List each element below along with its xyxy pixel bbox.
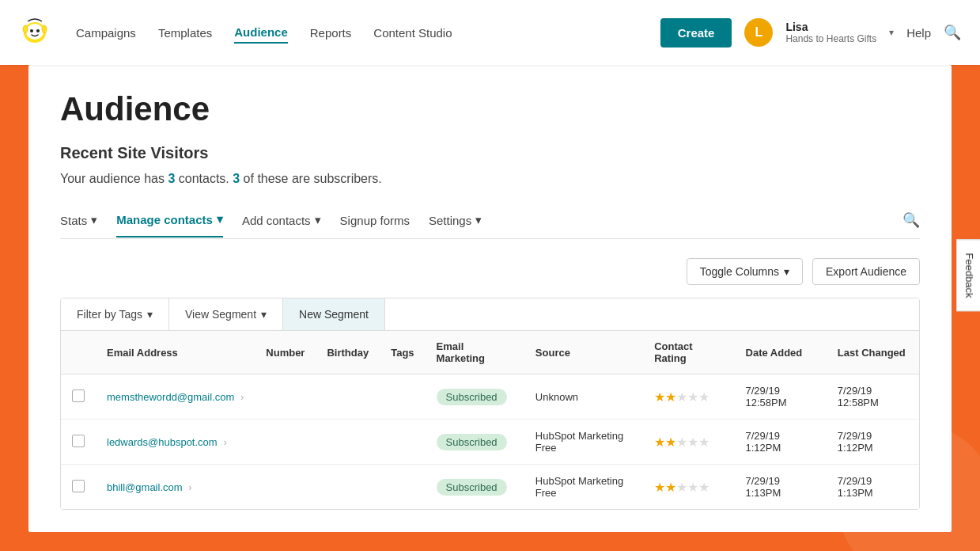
view-segment-chevron-icon: ▾	[261, 308, 267, 321]
row-birthday-2	[316, 465, 380, 510]
create-button[interactable]: Create	[660, 18, 732, 48]
contacts-table: Email Address Number Birthday Tags Email…	[61, 331, 919, 509]
row-rating-1: ★★★★★	[643, 420, 734, 465]
header-last-changed: Last Changed	[827, 331, 919, 374]
nav-audience[interactable]: Audience	[234, 22, 288, 44]
help-link[interactable]: Help	[906, 26, 931, 40]
row-rating-0: ★★★★★	[643, 374, 734, 420]
row-tags-2	[380, 465, 425, 510]
header-birthday: Birthday	[316, 331, 380, 374]
table-header-row: Email Address Number Birthday Tags Email…	[61, 331, 919, 374]
filter-chevron-icon: ▾	[147, 308, 153, 321]
toolbar-manage-contacts[interactable]: Manage contacts ▾	[116, 212, 223, 238]
contact-count: 3	[168, 172, 175, 185]
star-1-icon: ★	[654, 390, 665, 404]
view-segment-tab[interactable]: View Segment ▾	[169, 298, 283, 330]
user-chevron-icon: ▾	[889, 27, 894, 38]
nav-right: Create L Lisa Hands to Hearts Gifts ▾ He…	[660, 18, 961, 48]
feedback-label: Feedback	[963, 253, 975, 298]
manage-contacts-chevron-icon: ▾	[217, 212, 223, 226]
row-email-2[interactable]: bhill@gmail.com	[107, 481, 183, 493]
star-4-icon: ★	[687, 435, 698, 449]
row-arrow-icon-0: ›	[240, 392, 244, 403]
row-email-0[interactable]: memsthewordd@gmail.com	[107, 391, 234, 403]
row-email-marketing-1: Subscribed	[426, 420, 524, 465]
header-date-added: Date Added	[735, 331, 827, 374]
stats-label: Stats	[60, 214, 87, 227]
manage-contacts-label: Manage contacts	[116, 213, 213, 226]
new-segment-label: New Segment	[299, 308, 369, 321]
toolbar-stats[interactable]: Stats ▾	[60, 213, 97, 237]
logo[interactable]	[19, 15, 51, 50]
toolbar-add-contacts[interactable]: Add contacts ▾	[242, 213, 321, 237]
row-checkbox-0[interactable]	[72, 390, 85, 402]
contacts-table-wrapper: Filter by Tags ▾ View Segment ▾ New Segm…	[60, 298, 920, 510]
header-source: Source	[524, 331, 643, 374]
settings-chevron-icon: ▾	[475, 213, 482, 227]
feedback-tab[interactable]: Feedback	[956, 239, 980, 311]
star-2-icon: ★	[665, 390, 676, 404]
toggle-columns-chevron-icon: ▾	[784, 265, 789, 278]
header-number: Number	[255, 331, 316, 374]
add-contacts-label: Add contacts	[242, 214, 311, 227]
user-org: Hands to Hearts Gifts	[785, 33, 876, 44]
row-checkbox-1[interactable]	[72, 435, 85, 447]
filter-by-tags-label: Filter by Tags	[77, 308, 142, 321]
header-tags: Tags	[380, 331, 425, 374]
user-info[interactable]: Lisa Hands to Hearts Gifts	[785, 21, 876, 44]
nav-campaigns[interactable]: Campaigns	[76, 23, 136, 43]
export-audience-button[interactable]: Export Audience	[812, 258, 920, 285]
row-date-added-1: 7/29/19 1:12PM	[735, 420, 827, 465]
svg-point-4	[23, 25, 28, 33]
nav-reports[interactable]: Reports	[310, 23, 352, 43]
subscribed-badge-2: Subscribed	[437, 479, 507, 496]
avatar: L	[744, 18, 773, 47]
filter-by-tags-tab[interactable]: Filter by Tags ▾	[61, 298, 169, 330]
row-last-changed-1: 7/29/19 1:12PM	[827, 420, 919, 465]
stats-chevron-icon: ▾	[91, 213, 97, 227]
summary-prefix: Your audience has	[60, 172, 168, 185]
toolbar-signup-forms[interactable]: Signup forms	[340, 214, 410, 237]
audience-summary: Your audience has 3 contacts. 3 of these…	[60, 172, 920, 186]
star-5-icon: ★	[698, 481, 709, 494]
nav-content-studio[interactable]: Content Studio	[373, 23, 452, 43]
search-icon[interactable]: 🔍	[944, 24, 961, 41]
page-subtitle: Recent Site Visitors	[60, 144, 920, 162]
nav-links: Campaigns Templates Audience Reports Con…	[76, 22, 635, 44]
row-rating-2: ★★★★★	[643, 465, 734, 510]
header-email: Email Address	[96, 331, 255, 374]
header-checkbox-cell	[61, 331, 96, 374]
page-title: Audience	[60, 90, 920, 128]
row-arrow-icon-1: ›	[224, 437, 227, 448]
row-date-added-0: 7/29/19 12:58PM	[735, 374, 827, 420]
table-row: memsthewordd@gmail.com›SubscribedUnknown…	[61, 374, 919, 420]
row-tags-0	[380, 374, 425, 420]
row-last-changed-2: 7/29/19 1:13PM	[827, 465, 919, 510]
row-source-0: Unknown	[524, 374, 643, 420]
row-email-1[interactable]: ledwards@hubspot.com	[107, 436, 218, 448]
row-last-changed-0: 7/29/19 12:58PM	[827, 374, 919, 420]
toggle-columns-button[interactable]: Toggle Columns ▾	[687, 258, 803, 285]
toolbar-settings[interactable]: Settings ▾	[429, 213, 482, 237]
star-4-icon: ★	[687, 390, 698, 404]
view-segment-label: View Segment	[185, 308, 256, 321]
toolbar: Stats ▾ Manage contacts ▾ Add contacts ▾…	[60, 211, 920, 239]
subscriber-count: 3	[233, 172, 240, 185]
row-birthday-0	[316, 374, 380, 420]
signup-forms-label: Signup forms	[340, 214, 410, 227]
row-checkbox-2[interactable]	[72, 480, 85, 492]
row-source-2: HubSpot Marketing Free	[524, 465, 643, 510]
nav-templates[interactable]: Templates	[158, 23, 212, 43]
row-number-0	[255, 374, 316, 420]
summary-suffix: of these are subscribers.	[240, 172, 382, 185]
star-2-icon: ★	[665, 481, 676, 494]
star-3-icon: ★	[676, 481, 687, 494]
summary-middle: contacts.	[175, 172, 233, 185]
toolbar-search-icon[interactable]: 🔍	[902, 211, 920, 238]
row-date-added-2: 7/29/19 1:13PM	[735, 465, 827, 510]
subscribed-badge-1: Subscribed	[437, 434, 507, 450]
star-5-icon: ★	[698, 390, 709, 404]
settings-label: Settings	[429, 214, 471, 227]
new-segment-tab[interactable]: New Segment	[283, 298, 385, 330]
main-content: Audience Recent Site Visitors Your audie…	[28, 65, 952, 532]
